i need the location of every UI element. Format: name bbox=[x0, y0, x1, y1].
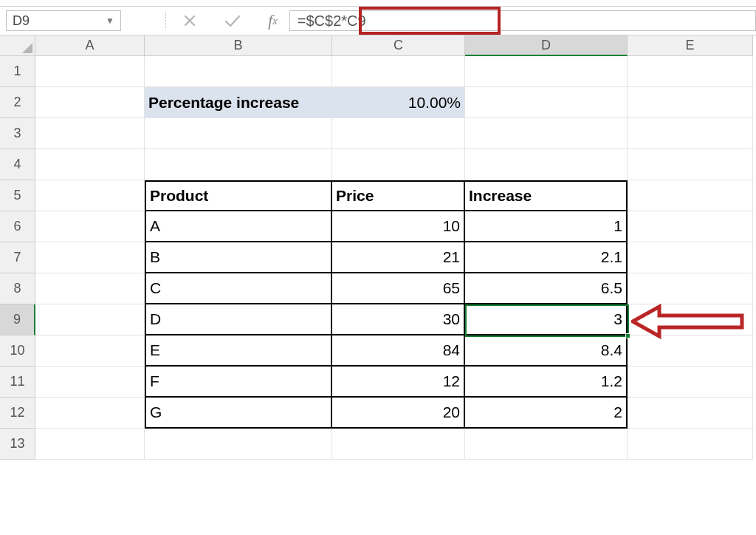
divider bbox=[165, 12, 166, 30]
cell[interactable]: C bbox=[145, 273, 332, 304]
worksheet[interactable]: A B C D E 12Percentage increase10.00%345… bbox=[0, 35, 756, 460]
cell[interactable] bbox=[628, 367, 753, 398]
col-header-B[interactable]: B bbox=[145, 35, 332, 56]
row-header[interactable]: 9 bbox=[0, 304, 35, 335]
cell[interactable] bbox=[628, 242, 753, 273]
row-header[interactable]: 1 bbox=[0, 56, 35, 87]
formula-bar: D9 ▼ fx =$C$2*C9 bbox=[0, 6, 756, 35]
cell[interactable]: 65 bbox=[332, 273, 465, 304]
cell[interactable] bbox=[332, 118, 465, 149]
cell[interactable] bbox=[628, 429, 753, 460]
cell[interactable] bbox=[628, 273, 753, 304]
cell[interactable]: 8.4 bbox=[465, 335, 628, 367]
cell[interactable] bbox=[628, 211, 753, 242]
row-header[interactable]: 13 bbox=[0, 429, 35, 460]
cell[interactable] bbox=[628, 149, 753, 180]
cell[interactable]: 20 bbox=[332, 398, 465, 429]
cell[interactable] bbox=[628, 118, 753, 149]
cell[interactable]: 2.1 bbox=[465, 242, 628, 273]
cell[interactable] bbox=[35, 398, 145, 429]
row-header[interactable]: 7 bbox=[0, 242, 35, 273]
cell[interactable]: A bbox=[145, 211, 332, 242]
cell[interactable] bbox=[35, 56, 145, 87]
cell[interactable]: Product bbox=[145, 180, 332, 211]
cell[interactable]: Percentage increase bbox=[145, 87, 332, 118]
cell[interactable]: 10 bbox=[332, 211, 465, 242]
cell[interactable]: 6.5 bbox=[465, 273, 628, 304]
cell[interactable] bbox=[465, 118, 628, 149]
cell[interactable]: 1 bbox=[465, 211, 628, 242]
cell[interactable] bbox=[465, 429, 628, 460]
cell[interactable]: E bbox=[145, 335, 332, 367]
cell[interactable] bbox=[35, 149, 145, 180]
cell[interactable] bbox=[35, 367, 145, 398]
cell[interactable]: F bbox=[145, 367, 332, 398]
col-header-E[interactable]: E bbox=[628, 35, 753, 56]
column-headers: A B C D E bbox=[35, 35, 756, 56]
row-header[interactable]: 10 bbox=[0, 335, 35, 367]
cell[interactable] bbox=[465, 87, 628, 118]
cell[interactable] bbox=[35, 335, 145, 367]
cell[interactable]: 2 bbox=[465, 398, 628, 429]
col-header-A[interactable]: A bbox=[35, 35, 145, 56]
cell[interactable] bbox=[628, 180, 753, 211]
cell[interactable]: 3 bbox=[465, 304, 628, 335]
enter-icon bbox=[224, 13, 241, 28]
row-header[interactable]: 12 bbox=[0, 398, 35, 429]
cell[interactable] bbox=[145, 429, 332, 460]
cell[interactable] bbox=[332, 149, 465, 180]
name-box[interactable]: D9 ▼ bbox=[6, 10, 121, 31]
cell[interactable]: 84 bbox=[332, 335, 465, 367]
cell[interactable]: B bbox=[145, 242, 332, 273]
col-header-C[interactable]: C bbox=[332, 35, 465, 56]
select-all-corner[interactable] bbox=[0, 35, 35, 56]
cell[interactable] bbox=[628, 56, 753, 87]
name-box-value: D9 bbox=[13, 13, 30, 29]
cancel-icon bbox=[182, 13, 197, 28]
row-header[interactable]: 6 bbox=[0, 211, 35, 242]
cell[interactable] bbox=[465, 56, 628, 87]
cell[interactable] bbox=[628, 87, 753, 118]
row-header[interactable]: 11 bbox=[0, 367, 35, 398]
cell[interactable] bbox=[35, 242, 145, 273]
row-header[interactable]: 3 bbox=[0, 118, 35, 149]
cell[interactable]: 1.2 bbox=[465, 367, 628, 398]
cell[interactable]: 21 bbox=[332, 242, 465, 273]
cell[interactable] bbox=[35, 304, 145, 335]
cell[interactable] bbox=[628, 335, 753, 367]
cell[interactable] bbox=[35, 273, 145, 304]
cell[interactable] bbox=[628, 398, 753, 429]
cell[interactable]: 30 bbox=[332, 304, 465, 335]
cell[interactable] bbox=[145, 149, 332, 180]
cell[interactable]: G bbox=[145, 398, 332, 429]
cell[interactable] bbox=[628, 304, 753, 335]
row-header[interactable]: 8 bbox=[0, 273, 35, 304]
row-header[interactable]: 5 bbox=[0, 180, 35, 211]
cell[interactable] bbox=[145, 118, 332, 149]
fx-icon[interactable]: fx bbox=[268, 11, 278, 30]
cell[interactable]: Increase bbox=[465, 180, 628, 211]
cell[interactable]: 10.00% bbox=[332, 87, 465, 118]
cell[interactable] bbox=[145, 56, 332, 87]
cell[interactable] bbox=[35, 211, 145, 242]
cell[interactable] bbox=[465, 149, 628, 180]
cell[interactable] bbox=[332, 56, 465, 87]
cell[interactable]: Price bbox=[332, 180, 465, 211]
cell[interactable]: D bbox=[145, 304, 332, 335]
col-header-D[interactable]: D bbox=[465, 35, 628, 56]
row-header[interactable]: 2 bbox=[0, 87, 35, 118]
cell[interactable] bbox=[35, 180, 145, 211]
cell[interactable] bbox=[35, 429, 145, 460]
chevron-down-icon[interactable]: ▼ bbox=[106, 16, 114, 26]
cell[interactable] bbox=[332, 429, 465, 460]
cell[interactable]: 12 bbox=[332, 367, 465, 398]
row-header[interactable]: 4 bbox=[0, 149, 35, 180]
cell[interactable] bbox=[35, 87, 145, 118]
formula-text: =$C$2*C9 bbox=[298, 13, 366, 30]
formula-input[interactable]: =$C$2*C9 bbox=[289, 10, 756, 31]
cell[interactable] bbox=[35, 118, 145, 149]
